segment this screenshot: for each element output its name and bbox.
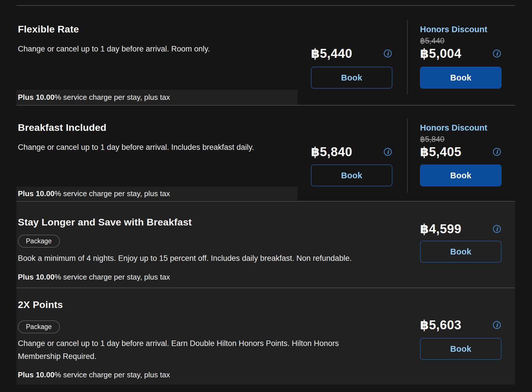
honors-discount-label: Honors Discount xyxy=(420,25,487,34)
rate-description: Book a minimum of 4 nights. Enjoy up to … xyxy=(18,252,352,265)
info-icon[interactable]: i xyxy=(383,147,392,156)
svg-text:i: i xyxy=(496,148,498,155)
svg-text:i: i xyxy=(387,148,389,155)
price: ฿4,599 xyxy=(420,221,461,236)
rate-description: Change or cancel up to 1 day before arri… xyxy=(18,43,210,56)
price-row: ฿5,603 i xyxy=(420,318,501,332)
price-row: ฿4,599 i xyxy=(420,221,501,236)
rate-title: Flexible Rate xyxy=(18,24,79,35)
svg-text:i: i xyxy=(496,225,498,232)
service-charge-amount: Plus 10.00 xyxy=(18,370,54,379)
price: ฿5,603 xyxy=(420,318,461,332)
service-charge-amount: Plus 10.00 xyxy=(18,189,54,198)
honors-discount-label: Honors Discount xyxy=(420,123,487,133)
info-icon[interactable]: i xyxy=(492,147,501,156)
book-button-standard[interactable]: Book xyxy=(311,67,392,89)
original-price: ฿5,840 xyxy=(420,135,444,144)
divider xyxy=(16,288,515,288)
service-charge-note: Plus 10.00% service charge per stay, plu… xyxy=(16,187,298,200)
divider xyxy=(407,20,408,94)
rate-description: Change or cancel up to 1 day before arri… xyxy=(18,141,254,154)
rate-selection-page: Flexible Rate Change or cancel up to 1 d… xyxy=(0,0,532,392)
divider xyxy=(16,105,515,106)
original-price: ฿5,440 xyxy=(420,36,444,45)
service-charge-amount: Plus 10.00 xyxy=(18,273,54,281)
service-charge-text: % service charge per stay, plus tax xyxy=(54,370,170,379)
svg-text:i: i xyxy=(387,50,389,56)
info-icon[interactable]: i xyxy=(492,320,501,330)
service-charge-text: % service charge per stay, plus tax xyxy=(54,93,170,102)
standard-price-row: ฿5,840 i xyxy=(311,144,392,159)
service-charge-note: Plus 10.00% service charge per stay, plu… xyxy=(16,90,298,105)
divider xyxy=(16,5,515,6)
rate-title: 2X Points xyxy=(18,299,63,310)
info-icon[interactable]: i xyxy=(492,224,501,234)
book-button-standard[interactable]: Book xyxy=(311,165,392,186)
svg-text:i: i xyxy=(496,50,498,56)
info-icon[interactable]: i xyxy=(492,49,501,58)
service-charge-amount: Plus 10.00 xyxy=(18,93,54,102)
book-button[interactable]: Book xyxy=(420,241,501,263)
rate-title: Stay Longer and Save with Breakfast xyxy=(18,217,192,228)
honors-price: ฿5,405 xyxy=(420,144,461,159)
book-button-honors[interactable]: Book xyxy=(420,165,501,186)
service-charge-text: % service charge per stay, plus tax xyxy=(54,273,170,281)
divider xyxy=(407,118,408,193)
divider xyxy=(16,201,515,202)
standard-price: ฿5,440 xyxy=(311,46,352,61)
service-charge-note: Plus 10.00% service charge per stay, plu… xyxy=(18,370,170,379)
svg-text:i: i xyxy=(496,322,498,328)
honors-price-row: ฿5,004 i xyxy=(420,46,501,61)
standard-price-row: ฿5,440 i xyxy=(311,46,392,61)
service-charge-note: Plus 10.00% service charge per stay, plu… xyxy=(18,273,170,282)
info-icon[interactable]: i xyxy=(383,49,392,58)
rate-description: Change or cancel up to 1 day before arri… xyxy=(18,337,339,363)
package-badge: Package xyxy=(18,320,60,333)
rate-title: Breakfast Included xyxy=(18,122,107,133)
honors-price-row: ฿5,405 i xyxy=(420,144,501,159)
book-button[interactable]: Book xyxy=(420,338,501,360)
book-button-honors[interactable]: Book xyxy=(420,67,501,89)
honors-price: ฿5,004 xyxy=(420,46,461,61)
package-badge: Package xyxy=(18,235,60,248)
service-charge-text: % service charge per stay, plus tax xyxy=(54,189,170,198)
standard-price: ฿5,840 xyxy=(311,144,352,159)
